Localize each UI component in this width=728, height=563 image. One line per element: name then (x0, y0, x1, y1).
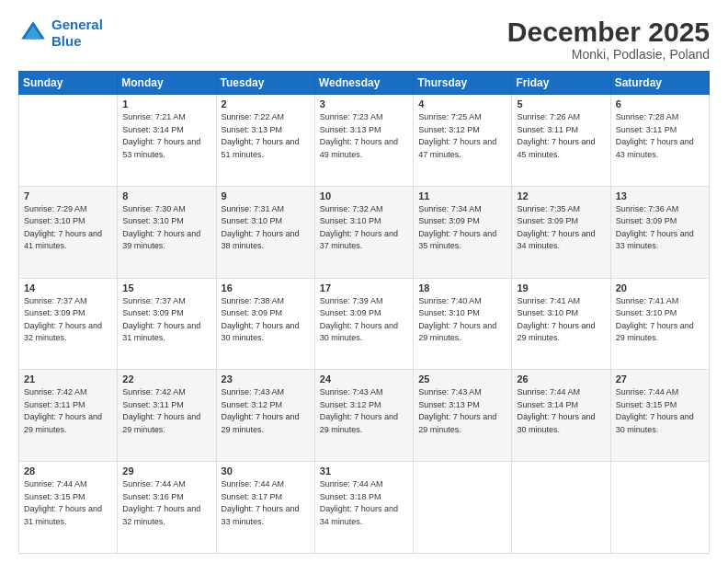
table-row: 29Sunrise: 7:44 AMSunset: 3:16 PMDayligh… (118, 462, 216, 554)
day-info: Sunrise: 7:34 AMSunset: 3:09 PMDaylight:… (418, 203, 506, 253)
page: General Blue December 2025 Monki, Podlas… (0, 0, 728, 563)
table-row: 16Sunrise: 7:38 AMSunset: 3:09 PMDayligh… (216, 278, 314, 370)
col-friday: Friday (512, 72, 610, 95)
day-info: Sunrise: 7:32 AMSunset: 3:10 PMDaylight:… (320, 203, 408, 253)
day-number: 17 (320, 282, 408, 293)
day-number: 26 (517, 373, 605, 385)
col-sunday: Sunday (19, 72, 118, 95)
table-row: 18Sunrise: 7:40 AMSunset: 3:10 PMDayligh… (414, 278, 512, 370)
day-number: 27 (616, 373, 704, 385)
table-row: 20Sunrise: 7:41 AMSunset: 3:10 PMDayligh… (610, 278, 709, 370)
col-thursday: Thursday (414, 72, 512, 95)
table-row: 15Sunrise: 7:37 AMSunset: 3:09 PMDayligh… (118, 278, 216, 370)
day-number: 15 (122, 282, 210, 293)
calendar-week-row: 28Sunrise: 7:44 AMSunset: 3:15 PMDayligh… (19, 462, 710, 554)
day-info: Sunrise: 7:29 AMSunset: 3:10 PMDaylight:… (24, 203, 112, 253)
col-monday: Monday (118, 72, 216, 95)
table-row (610, 462, 709, 554)
day-number: 31 (320, 465, 408, 477)
table-row: 14Sunrise: 7:37 AMSunset: 3:09 PMDayligh… (19, 278, 118, 370)
table-row: 7Sunrise: 7:29 AMSunset: 3:10 PMDaylight… (19, 186, 118, 278)
day-number: 13 (616, 190, 704, 201)
day-number: 20 (616, 282, 704, 293)
day-info: Sunrise: 7:30 AMSunset: 3:10 PMDaylight:… (122, 203, 210, 253)
table-row: 30Sunrise: 7:44 AMSunset: 3:17 PMDayligh… (216, 462, 314, 554)
col-tuesday: Tuesday (216, 72, 314, 95)
col-wednesday: Wednesday (314, 72, 413, 95)
day-info: Sunrise: 7:21 AMSunset: 3:14 PMDaylight:… (122, 111, 210, 161)
day-info: Sunrise: 7:44 AMSunset: 3:14 PMDaylight:… (517, 386, 605, 436)
title-block: December 2025 Monki, Podlasie, Poland (507, 17, 710, 62)
table-row (414, 462, 512, 554)
calendar-week-row: 1Sunrise: 7:21 AMSunset: 3:14 PMDaylight… (19, 95, 710, 187)
day-number: 28 (24, 465, 112, 477)
day-number: 11 (418, 190, 506, 201)
table-row: 4Sunrise: 7:25 AMSunset: 3:12 PMDaylight… (414, 95, 512, 187)
calendar-header-row: Sunday Monday Tuesday Wednesday Thursday… (19, 72, 710, 95)
day-number: 8 (122, 190, 210, 201)
table-row: 1Sunrise: 7:21 AMSunset: 3:14 PMDaylight… (118, 95, 216, 187)
day-info: Sunrise: 7:44 AMSunset: 3:15 PMDaylight:… (24, 478, 112, 528)
day-info: Sunrise: 7:31 AMSunset: 3:10 PMDaylight:… (222, 203, 310, 253)
day-number: 4 (418, 98, 506, 109)
day-number: 29 (122, 465, 210, 477)
table-row: 28Sunrise: 7:44 AMSunset: 3:15 PMDayligh… (19, 462, 118, 554)
logo-text: General Blue (51, 17, 103, 50)
table-row: 19Sunrise: 7:41 AMSunset: 3:10 PMDayligh… (512, 278, 610, 370)
table-row: 5Sunrise: 7:26 AMSunset: 3:11 PMDaylight… (512, 95, 610, 187)
day-info: Sunrise: 7:44 AMSunset: 3:17 PMDaylight:… (222, 478, 310, 528)
day-info: Sunrise: 7:28 AMSunset: 3:11 PMDaylight:… (616, 111, 704, 161)
logo-icon (18, 18, 48, 48)
day-info: Sunrise: 7:38 AMSunset: 3:09 PMDaylight:… (222, 295, 310, 345)
day-number: 23 (222, 373, 310, 385)
day-number: 9 (222, 190, 310, 201)
table-row: 12Sunrise: 7:35 AMSunset: 3:09 PMDayligh… (512, 186, 610, 278)
table-row: 10Sunrise: 7:32 AMSunset: 3:10 PMDayligh… (314, 186, 413, 278)
day-info: Sunrise: 7:41 AMSunset: 3:10 PMDaylight:… (616, 295, 704, 345)
day-info: Sunrise: 7:37 AMSunset: 3:09 PMDaylight:… (122, 295, 210, 345)
logo-line1: General (51, 17, 103, 32)
day-number: 24 (320, 373, 408, 385)
table-row: 11Sunrise: 7:34 AMSunset: 3:09 PMDayligh… (414, 186, 512, 278)
day-info: Sunrise: 7:26 AMSunset: 3:11 PMDaylight:… (517, 111, 605, 161)
table-row: 22Sunrise: 7:42 AMSunset: 3:11 PMDayligh… (118, 370, 216, 462)
day-number: 12 (517, 190, 605, 201)
table-row: 24Sunrise: 7:43 AMSunset: 3:12 PMDayligh… (314, 370, 413, 462)
table-row (19, 95, 118, 187)
col-saturday: Saturday (610, 72, 709, 95)
table-row: 2Sunrise: 7:22 AMSunset: 3:13 PMDaylight… (216, 95, 314, 187)
calendar-table: Sunday Monday Tuesday Wednesday Thursday… (18, 71, 710, 554)
day-info: Sunrise: 7:23 AMSunset: 3:13 PMDaylight:… (320, 111, 408, 161)
table-row (512, 462, 610, 554)
day-info: Sunrise: 7:43 AMSunset: 3:12 PMDaylight:… (222, 386, 310, 436)
day-info: Sunrise: 7:43 AMSunset: 3:13 PMDaylight:… (418, 386, 506, 436)
day-number: 7 (24, 190, 112, 201)
table-row: 21Sunrise: 7:42 AMSunset: 3:11 PMDayligh… (19, 370, 118, 462)
day-number: 19 (517, 282, 605, 293)
header: General Blue December 2025 Monki, Podlas… (18, 17, 710, 62)
day-number: 10 (320, 190, 408, 201)
table-row: 9Sunrise: 7:31 AMSunset: 3:10 PMDaylight… (216, 186, 314, 278)
table-row: 25Sunrise: 7:43 AMSunset: 3:13 PMDayligh… (414, 370, 512, 462)
table-row: 27Sunrise: 7:44 AMSunset: 3:15 PMDayligh… (610, 370, 709, 462)
table-row: 3Sunrise: 7:23 AMSunset: 3:13 PMDaylight… (314, 95, 413, 187)
day-info: Sunrise: 7:39 AMSunset: 3:09 PMDaylight:… (320, 295, 408, 345)
day-info: Sunrise: 7:37 AMSunset: 3:09 PMDaylight:… (24, 295, 112, 345)
month-title: December 2025 (507, 17, 710, 47)
calendar-week-row: 21Sunrise: 7:42 AMSunset: 3:11 PMDayligh… (19, 370, 710, 462)
table-row: 8Sunrise: 7:30 AMSunset: 3:10 PMDaylight… (118, 186, 216, 278)
day-info: Sunrise: 7:41 AMSunset: 3:10 PMDaylight:… (517, 295, 605, 345)
day-number: 2 (222, 98, 310, 109)
day-number: 1 (122, 98, 210, 109)
calendar-week-row: 7Sunrise: 7:29 AMSunset: 3:10 PMDaylight… (19, 186, 710, 278)
day-number: 18 (418, 282, 506, 293)
day-info: Sunrise: 7:44 AMSunset: 3:16 PMDaylight:… (122, 478, 210, 528)
day-info: Sunrise: 7:22 AMSunset: 3:13 PMDaylight:… (222, 111, 310, 161)
day-number: 3 (320, 98, 408, 109)
table-row: 26Sunrise: 7:44 AMSunset: 3:14 PMDayligh… (512, 370, 610, 462)
day-number: 16 (222, 282, 310, 293)
day-info: Sunrise: 7:36 AMSunset: 3:09 PMDaylight:… (616, 203, 704, 253)
day-number: 5 (517, 98, 605, 109)
day-number: 22 (122, 373, 210, 385)
table-row: 17Sunrise: 7:39 AMSunset: 3:09 PMDayligh… (314, 278, 413, 370)
